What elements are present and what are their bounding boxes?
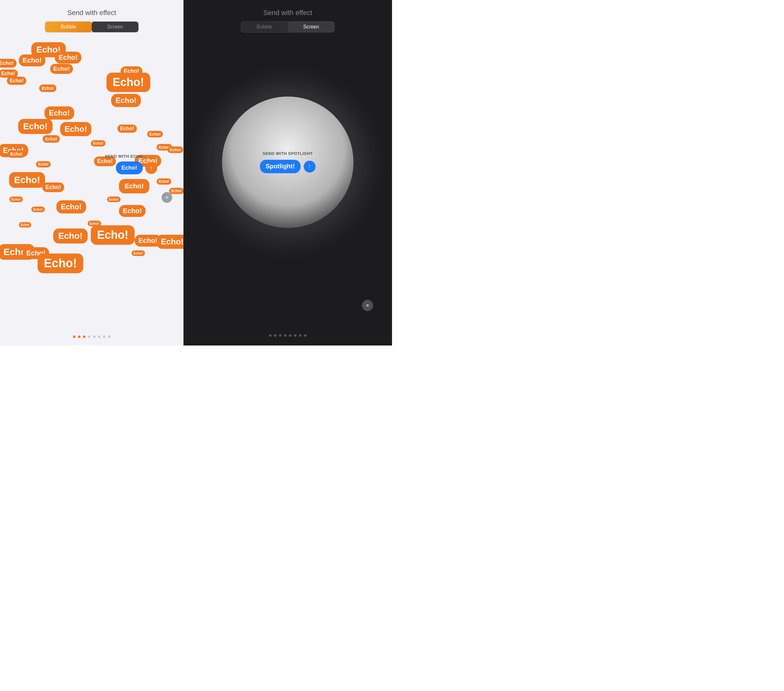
bubble-tab-right[interactable]: Bubble bbox=[241, 21, 288, 32]
echo-bubble-3: Echo! bbox=[50, 64, 73, 74]
echo-bubble-34: Echo! bbox=[31, 207, 45, 212]
echo-bubble-14: Echo! bbox=[117, 125, 137, 133]
dot-left-2 bbox=[83, 336, 86, 338]
echo-bubble-13: Echo! bbox=[60, 122, 91, 136]
spotlight-circle: SEND WITH SPOTLIGHT Spotlight! ↑ bbox=[222, 96, 354, 228]
echo-bubble-23: Echo! bbox=[8, 150, 25, 158]
send-arrow-icon-right: ↑ bbox=[308, 163, 311, 169]
echo-bubble-1: Echo! bbox=[55, 52, 81, 64]
close-icon-right: ✕ bbox=[366, 303, 369, 308]
close-button-left[interactable]: ✕ bbox=[161, 192, 172, 203]
dot-right-6 bbox=[299, 334, 301, 337]
main-message-row: Echo! ↑ bbox=[116, 161, 157, 174]
echo-bubble-28: Echo! bbox=[156, 178, 171, 185]
dot-left-6 bbox=[103, 336, 105, 338]
dot-left-5 bbox=[98, 336, 100, 338]
echo-bubble-17: Echo! bbox=[91, 140, 105, 146]
dot-right-1 bbox=[274, 334, 277, 337]
left-segment-control[interactable]: Bubble Screen bbox=[45, 21, 139, 33]
echo-bubble-33: Echo! bbox=[119, 205, 146, 217]
echo-bubble-22: Echo! bbox=[168, 146, 183, 153]
echo-bubble-9: Echo! bbox=[39, 84, 56, 92]
echo-bubble-12: Echo! bbox=[18, 119, 53, 134]
echo-bubble-35: Echo! bbox=[19, 222, 31, 227]
echo-bubble-25: Echo! bbox=[9, 172, 45, 188]
dots-left bbox=[73, 336, 110, 338]
dot-left-7 bbox=[108, 336, 110, 338]
echo-bubble-10: Echo! bbox=[111, 94, 141, 107]
dot-right-5 bbox=[294, 334, 296, 337]
send-echo-label: SEND WITH ECHO bbox=[105, 154, 143, 159]
echo-bubble-30: Echo! bbox=[9, 197, 23, 202]
send-button-left[interactable]: ↑ bbox=[145, 162, 157, 174]
dot-right-2 bbox=[279, 334, 282, 337]
right-segment-control[interactable]: Bubble Screen bbox=[241, 21, 335, 33]
echo-bubble-26: Echo! bbox=[42, 183, 64, 192]
dot-right-4 bbox=[289, 334, 292, 337]
screen-tab-left[interactable]: Screen bbox=[92, 21, 138, 32]
send-arrow-icon: ↑ bbox=[150, 165, 153, 171]
dot-right-7 bbox=[304, 334, 306, 337]
left-panel-title: Send with effect bbox=[0, 0, 183, 17]
dot-left-3 bbox=[88, 336, 91, 338]
dots-right bbox=[269, 334, 306, 337]
echo-bubble-24: Echo! bbox=[36, 161, 51, 168]
echo-below-bubble: Echo! bbox=[119, 179, 149, 193]
close-icon-left: ✕ bbox=[165, 195, 169, 200]
spotlight-label: SEND WITH SPOTLIGHT bbox=[263, 151, 313, 156]
echo-bubble-15: Echo! bbox=[147, 131, 163, 137]
main-echo-bubble: Echo! bbox=[116, 161, 143, 174]
echo-bubble-37: Echo! bbox=[91, 225, 135, 245]
screen-tab-right[interactable]: Screen bbox=[288, 21, 334, 32]
close-button-right[interactable]: ✕ bbox=[362, 300, 373, 311]
echo-bubble-32: Echo! bbox=[107, 197, 120, 202]
echo-bubble-2: Echo! bbox=[19, 54, 45, 66]
bubble-tab-left[interactable]: Bubble bbox=[45, 21, 92, 32]
dot-left-4 bbox=[93, 336, 96, 338]
echo-bubble-43: Echo! bbox=[38, 253, 83, 273]
echo-bubble-44: Echo! bbox=[132, 250, 145, 256]
echo-bubble-8: Echo! bbox=[7, 77, 26, 85]
right-panel-title: Send with effect bbox=[183, 0, 392, 17]
echo-bubble-5: Echo! bbox=[107, 72, 150, 92]
echo-bubble-29: Echo! bbox=[169, 188, 183, 194]
echo-bubble-6: Echo! bbox=[0, 59, 16, 67]
dot-left-0 bbox=[73, 336, 76, 338]
echo-bubble-16: Echo! bbox=[43, 135, 60, 143]
spotlight-message-row: Spotlight! ↑ bbox=[260, 160, 315, 173]
echo-bubble-38: Echo! bbox=[53, 229, 88, 243]
dot-right-3 bbox=[284, 334, 287, 337]
dot-right-0 bbox=[269, 334, 272, 337]
spotlight-message-bubble: Spotlight! bbox=[260, 160, 300, 173]
echo-bubble-31: Echo! bbox=[56, 200, 86, 214]
left-panel: Send with effect Bubble Screen Echo!Echo… bbox=[0, 0, 183, 346]
echo-bubble-11: Echo! bbox=[44, 106, 74, 120]
echo-bubble-40: Echo! bbox=[156, 235, 183, 249]
send-button-right[interactable]: ↑ bbox=[304, 161, 316, 173]
dot-left-1 bbox=[78, 336, 81, 338]
right-panel: Send with effect Bubble Screen SEND WITH… bbox=[183, 0, 392, 346]
